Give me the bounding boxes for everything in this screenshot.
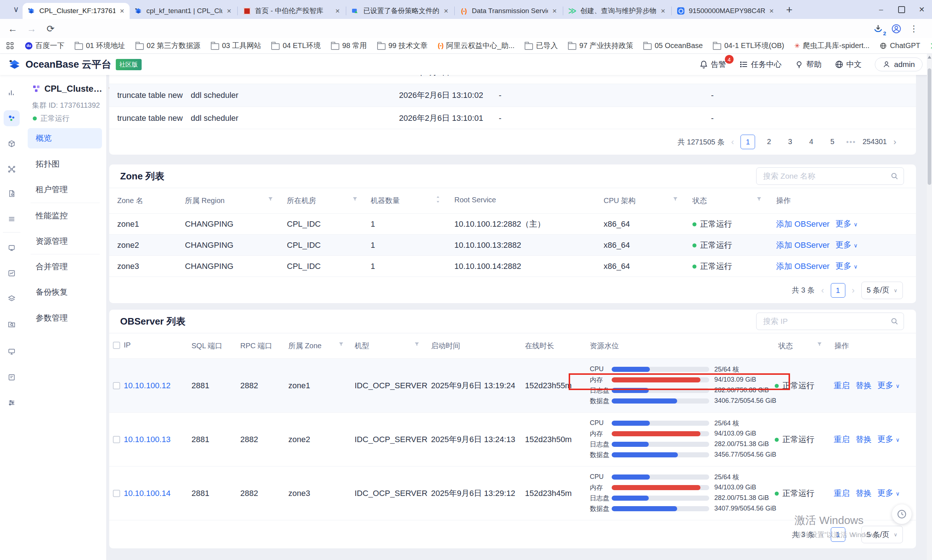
apps-grid-icon[interactable]: [6, 42, 14, 49]
tab-close-icon[interactable]: ✕: [551, 8, 558, 15]
prev-page-icon[interactable]: ‹: [821, 285, 824, 295]
page-number-active[interactable]: 1: [831, 527, 845, 542]
filter-icon[interactable]: [268, 197, 273, 202]
restart-button[interactable]: 重启: [834, 466, 850, 520]
zone-row[interactable]: zone3 CHANGPING CPL_IDC 1 10.10.100.14:2…: [109, 255, 916, 277]
observer-row[interactable]: 10.10.100.13 2881 2882 zone2 IDC_OCP_SER…: [109, 412, 916, 466]
filter-icon[interactable]: [414, 342, 419, 347]
search-icon[interactable]: [890, 317, 898, 325]
refresh-icon[interactable]: ⟳: [45, 23, 57, 35]
next-page-icon[interactable]: ›: [893, 137, 896, 147]
cluster-selector[interactable]: CPL_Cluste… ∨: [32, 84, 112, 94]
cluster-icon[interactable]: [4, 110, 20, 126]
observer-search-box[interactable]: [756, 312, 904, 330]
more-button[interactable]: 更多 ∨: [835, 255, 858, 277]
tab-close-icon[interactable]: ✕: [119, 8, 125, 15]
tab-close-icon[interactable]: ✕: [769, 8, 775, 15]
task-row[interactable]: truncate table new ddl scheduler 2026年2月…: [109, 107, 916, 129]
folder-search-icon[interactable]: [4, 316, 20, 332]
desktop-icon[interactable]: [4, 343, 20, 360]
tab-close-icon[interactable]: ✕: [334, 8, 341, 15]
add-observer-button[interactable]: 添加 OBServer: [776, 214, 830, 235]
sidebar-item-backup[interactable]: 备份恢复: [28, 282, 102, 302]
observer-ip-link[interactable]: 10.10.100.13: [124, 412, 170, 466]
row-checkbox[interactable]: [113, 436, 120, 443]
more-button[interactable]: 更多 ∨: [835, 234, 858, 256]
scrollbar-thumb[interactable]: [927, 68, 931, 185]
bookmark-folder[interactable]: 01 环境地址: [75, 41, 125, 51]
sliders-icon[interactable]: [4, 395, 20, 411]
alarm-menu[interactable]: 告警 4: [699, 59, 726, 69]
observer-search-input[interactable]: [763, 317, 890, 326]
observer-row[interactable]: 10.10.100.14 2881 2882 zone3 IDC_OCP_SER…: [109, 466, 916, 520]
layers-icon[interactable]: [4, 291, 20, 307]
browser-tab[interactable]: 91500000MAEPY98C4R的搜索 ✕: [672, 3, 779, 19]
observer-ip-link[interactable]: 10.10.100.12: [124, 359, 170, 412]
more-button[interactable]: 更多 ∨: [877, 358, 900, 413]
scrollbar-up-arrow[interactable]: [927, 56, 931, 58]
sidebar-item-resources[interactable]: 资源管理: [28, 231, 102, 251]
window-close-button[interactable]: ✕: [912, 0, 932, 19]
page-number[interactable]: 3: [783, 135, 797, 149]
back-icon[interactable]: ←: [6, 23, 19, 35]
bookmark-folder[interactable]: 04 ETL环境: [271, 41, 320, 51]
add-observer-button[interactable]: 添加 OBServer: [776, 256, 830, 277]
replace-button[interactable]: 替换: [855, 359, 872, 412]
browser-tab[interactable]: cpl_kf_tenant1 | CPL_Cluster_ ✕: [129, 3, 237, 19]
zone-search-input[interactable]: [763, 171, 890, 181]
replace-button[interactable]: 替换: [855, 412, 872, 466]
window-restore-button[interactable]: [891, 0, 912, 19]
tab-close-icon[interactable]: ✕: [443, 8, 449, 15]
observer-ip-link[interactable]: 10.10.100.14: [124, 466, 170, 520]
page-ellipsis[interactable]: •••: [846, 138, 856, 146]
restart-button[interactable]: 重启: [834, 359, 850, 412]
bookmark-folder[interactable]: 02 第三方数据源: [136, 41, 200, 51]
search-icon[interactable]: [890, 172, 898, 180]
sidebar-item-merge[interactable]: 合并管理: [28, 257, 102, 277]
sidebar-item-performance[interactable]: 性能监控: [28, 206, 102, 226]
bar-chart-icon[interactable]: [4, 85, 20, 101]
bookmark-folder[interactable]: 98 常用: [331, 41, 367, 51]
browser-menu-icon[interactable]: ⋮: [906, 23, 922, 35]
row-checkbox[interactable]: [113, 490, 120, 497]
language-menu[interactable]: 中文: [835, 59, 862, 69]
row-checkbox[interactable]: [113, 382, 120, 389]
bookmark-folder[interactable]: 05 OceanBase: [643, 42, 702, 50]
package-icon[interactable]: [4, 136, 20, 152]
browser-tab-active[interactable]: CPL_Cluster_KF:1737611392 ( ✕: [23, 3, 129, 19]
help-menu[interactable]: 帮助: [795, 59, 822, 69]
monitor-chart-icon[interactable]: [4, 265, 20, 281]
sidebar-item-parameters[interactable]: 参数管理: [28, 308, 102, 328]
bookmark-folder[interactable]: 已导入: [525, 41, 558, 51]
page-scrollbar[interactable]: [927, 54, 932, 560]
filter-icon[interactable]: [756, 197, 762, 202]
sidebar-item-topology[interactable]: 拓扑图: [28, 154, 102, 174]
page-number[interactable]: 4: [804, 135, 818, 149]
host-icon[interactable]: [4, 240, 20, 256]
sort-icon[interactable]: [435, 195, 441, 204]
list-icon[interactable]: [4, 211, 20, 227]
page-number[interactable]: 5: [825, 135, 840, 149]
task-row[interactable]: truncate table new ddl scheduler 2026年2月…: [109, 84, 916, 107]
profile-icon[interactable]: [888, 23, 904, 35]
forward-icon[interactable]: →: [26, 23, 38, 35]
filter-icon[interactable]: [673, 197, 678, 202]
page-number-active[interactable]: 1: [741, 135, 755, 149]
bookmark-chatgpt[interactable]: ChatGPT: [880, 42, 920, 50]
sidebar-item-overview[interactable]: 概览: [28, 128, 102, 148]
bookmark-folder[interactable]: 03 工具网站: [211, 41, 261, 51]
window-minimize-button[interactable]: –: [871, 0, 891, 19]
sidebar-item-tenants[interactable]: 租户管理: [28, 179, 102, 200]
filter-icon[interactable]: [339, 342, 344, 347]
tab-close-icon[interactable]: ✕: [226, 8, 232, 15]
page-number-last[interactable]: 254301: [863, 135, 887, 149]
observer-row[interactable]: 10.10.100.12 2881 2882 zone1 IDC_OCP_SER…: [109, 358, 916, 412]
user-menu[interactable]: admin: [875, 57, 923, 71]
bookmark-doris[interactable]: ≫Apache Doris: [930, 41, 932, 51]
new-tab-button[interactable]: +: [782, 4, 796, 17]
bookmark-spider[interactable]: ✳爬虫工具库-spidert...: [794, 41, 869, 51]
prev-page-icon[interactable]: ‹: [821, 529, 824, 540]
bookmark-aliyun[interactable]: (-)阿里云权益中心_助...: [438, 41, 515, 51]
bookmark-folder[interactable]: 04-1 ETL环境(OB): [713, 41, 784, 51]
bookmark-folder[interactable]: 99 技术文章: [377, 41, 428, 51]
